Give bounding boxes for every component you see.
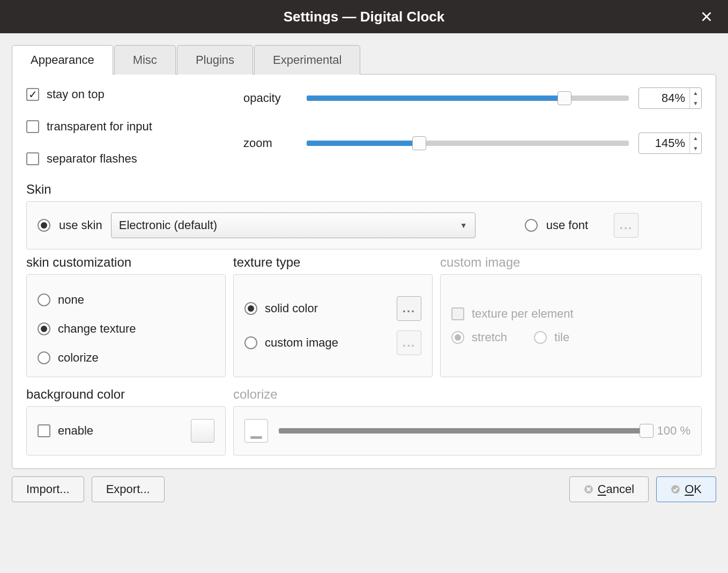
close-icon [702,12,711,21]
zoom-label: zoom [243,136,297,150]
cancel-icon [584,484,593,494]
skin-group: use skin Electronic (default) ▼ use font… [26,201,702,249]
tab-plugins[interactable]: Plugins [177,45,253,75]
ok-label-rest: K [694,482,702,496]
texture-type-heading: texture type [233,255,433,270]
spin-up-icon[interactable]: ▲ [690,133,701,143]
transparent-for-input-label: transparent for input [47,120,152,134]
titlebar: Settings — Digital Clock [0,0,728,33]
opacity-label: opacity [243,91,297,105]
custom-image-picker-button: ... [397,330,421,355]
skin-customization-group: none change texture colorize [26,274,226,377]
stay-on-top-checkbox[interactable] [26,88,39,101]
stretch-radio [451,331,464,344]
svg-point-1 [671,485,680,494]
dialog-button-bar: Import... Export... Cancel OK [12,476,716,502]
spin-down-icon[interactable]: ▼ [690,143,701,153]
separator-flashes-checkbox[interactable] [26,152,39,165]
stay-on-top-label: stay on top [47,87,105,101]
texture-per-element-label: texture per element [472,307,574,321]
custom-image-radio[interactable] [244,336,257,349]
opacity-spinbox[interactable]: 84% ▲ ▼ [638,87,702,109]
import-button[interactable]: Import... [12,476,84,502]
tile-label: tile [554,330,569,344]
opacity-value: 84% [639,88,689,108]
solid-color-label: solid color [265,302,318,315]
zoom-value: 145% [639,133,689,153]
transparent-for-input-checkbox[interactable] [26,120,39,133]
use-skin-radio[interactable] [38,219,50,232]
skin-none-label: none [58,293,84,307]
skin-none-radio[interactable] [38,293,50,306]
spin-up-icon[interactable]: ▲ [690,88,701,98]
skin-colorize-label: colorize [58,351,99,365]
tile-radio [534,331,547,344]
custom-image-heading: custom image [440,255,702,270]
opacity-slider[interactable] [307,96,629,101]
tab-experimental[interactable]: Experimental [254,45,360,75]
use-font-label: use font [546,218,588,232]
ok-button[interactable]: OK [656,476,716,502]
skin-change-texture-radio[interactable] [38,322,50,335]
custom-image-group: texture per element stretch tile [440,274,702,377]
texture-per-element-checkbox [451,307,464,320]
tab-misc[interactable]: Misc [114,45,176,75]
skin-combo-value: Electronic (default) [119,218,217,232]
tab-appearance[interactable]: Appearance [12,45,113,75]
colorize-slider [279,428,647,434]
skin-change-texture-label: change texture [58,322,136,336]
export-button[interactable]: Export... [92,476,165,502]
use-font-radio[interactable] [525,219,538,232]
colorize-group: 100 % [233,406,702,456]
separator-flashes-label: separator flashes [47,152,137,166]
cancel-label-rest: ancel [606,482,635,496]
zoom-spinbox[interactable]: 145% ▲ ▼ [638,133,702,154]
solid-color-radio[interactable] [244,302,257,315]
chevron-down-icon: ▼ [460,221,467,230]
appearance-pane: stay on top transparent for input separa… [12,74,716,469]
colorize-heading: colorize [233,387,702,402]
colorize-color-swatch [244,419,268,443]
tab-bar: Appearance Misc Plugins Experimental [12,45,716,75]
background-color-heading: background color [26,387,226,402]
background-color-swatch[interactable] [191,419,214,443]
font-picker-button: ... [614,213,638,238]
skin-colorize-radio[interactable] [38,351,50,364]
stretch-label: stretch [472,330,507,344]
background-enable-label: enable [58,424,93,438]
spin-down-icon[interactable]: ▼ [690,98,701,108]
use-skin-label: use skin [59,218,102,232]
colorize-value: 100 % [657,424,690,438]
texture-type-group: solid color ... custom image ... [233,274,433,377]
skin-combo[interactable]: Electronic (default) ▼ [111,212,476,238]
solid-color-picker-button[interactable]: ... [397,296,421,321]
zoom-slider[interactable] [307,141,629,146]
skin-heading: Skin [26,182,702,197]
window-title: Settings — Digital Clock [284,9,445,25]
background-color-group: enable [26,406,226,456]
ok-icon [671,484,680,494]
skin-customization-heading: skin customization [26,255,226,270]
background-enable-checkbox[interactable] [38,424,50,437]
custom-image-label: custom image [265,336,338,350]
close-button[interactable] [696,0,717,33]
cancel-button[interactable]: Cancel [569,476,649,502]
